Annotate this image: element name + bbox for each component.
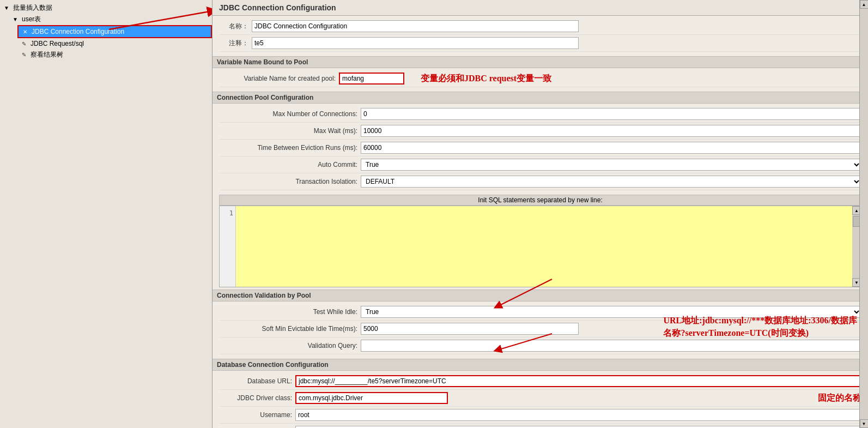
sidebar-item-label: JDBC Request/sql [31, 40, 84, 47]
annotation-text-3: 固定的名称 [818, 393, 861, 404]
init-sql-section: Init SQL statements separated by new lin… [213, 192, 868, 287]
sql-editor: 1 ▲ ▼ [219, 206, 861, 287]
username-input[interactable] [295, 409, 861, 421]
init-sql-label: Init SQL statements separated by new lin… [219, 195, 861, 206]
soft-evict-row: Soft Min Evictable Idle Time(ms): [219, 321, 861, 337]
max-wait-input[interactable] [361, 125, 861, 137]
sidebar-item-jdbc-connection[interactable]: ✕ JDBC Connection Configuration [17, 25, 212, 38]
eviction-row: Time Between Eviction Runs (ms): [219, 140, 861, 156]
panel-title: JDBC Connection Configuration [213, 0, 868, 16]
transaction-select-wrapper: DEFAULT TRANSACTION_SERIALIZABLE TRANSAC… [361, 176, 861, 188]
auto-commit-label: Auto Commit: [219, 161, 361, 168]
main-wrapper: JDBC Connection Configuration 名称： 注释： Va… [213, 0, 868, 428]
validation-section: Test While Idle: True False Soft Min Evi… [213, 302, 868, 357]
db-url-label: Database URL: [219, 377, 295, 385]
auto-commit-select[interactable]: True False [361, 159, 861, 171]
section-variable-header: Variable Name Bound to Pool [213, 56, 868, 68]
driver-select-wrapper: com.mysql.jdbc.Driver [448, 392, 807, 404]
driver-label: JDBC Driver class: [219, 394, 295, 402]
driver-row: JDBC Driver class: com.mysql.jdbc.Driver… [219, 390, 861, 407]
transaction-select[interactable]: DEFAULT TRANSACTION_SERIALIZABLE TRANSAC… [361, 176, 861, 188]
sidebar-item-label: user表 [22, 15, 41, 24]
name-input[interactable] [252, 20, 579, 32]
test-idle-row: Test While Idle: True False [219, 304, 861, 321]
sql-line-numbers: 1 [220, 206, 236, 287]
comment-row: 注释： [219, 35, 861, 52]
sidebar-item-label: 批量插入数据 [13, 3, 52, 13]
validation-query-label: Validation Query: [219, 342, 361, 349]
form-section: 名称： 注释： [213, 16, 868, 54]
section-validation-header: Connection Validation by Pool [213, 290, 868, 302]
sidebar-item-label: 察看结果树 [31, 50, 63, 59]
validation-query-input[interactable] [361, 340, 861, 352]
max-wait-row: Max Wait (ms): [219, 123, 861, 140]
test-idle-select[interactable]: True False [361, 306, 861, 318]
pool-section: Max Number of Connections: Max Wait (ms)… [213, 104, 868, 192]
name-row: 名称： [219, 18, 861, 35]
test-idle-select-wrapper: True False [361, 306, 861, 318]
sidebar-item-view-result[interactable]: ✎ 察看结果树 [17, 49, 212, 61]
sidebar-item-user-table[interactable]: ▼ user表 [9, 14, 212, 25]
line-number-1: 1 [222, 208, 233, 218]
test-idle-label: Test While Idle: [219, 308, 361, 316]
max-conn-input[interactable] [361, 108, 861, 120]
transaction-label: Transaction Isolation: [219, 178, 361, 185]
max-conn-row: Max Number of Connections: [219, 106, 861, 123]
jdbc-request-icon: ✎ [20, 39, 28, 48]
comment-label: 注释： [219, 39, 252, 48]
transaction-row: Transaction Isolation: DEFAULT TRANSACTI… [219, 173, 861, 190]
variable-input[interactable] [339, 73, 404, 85]
sidebar-item-batch-insert[interactable]: ▼ 批量插入数据 [0, 2, 212, 14]
comment-input[interactable] [252, 37, 579, 49]
expand-arrow-icon: ▼ [2, 4, 11, 13]
validation-query-row: Validation Query: [219, 337, 861, 354]
section-pool-header: Connection Pool Configuration [213, 92, 868, 104]
auto-commit-row: Auto Commit: True False [219, 156, 861, 173]
sidebar-item-jdbc-request[interactable]: ✎ JDBC Request/sql [17, 38, 212, 49]
sql-textarea[interactable] [236, 206, 852, 287]
name-label: 名称： [219, 22, 252, 31]
password-input[interactable] [295, 426, 861, 428]
sidebar: ▼ 批量插入数据 ▼ user表 ✕ JDBC Connection Confi… [0, 0, 213, 428]
max-conn-label: Max Number of Connections: [219, 110, 361, 118]
driver-input[interactable] [295, 392, 448, 404]
expand-arrow-icon: ▼ [11, 15, 20, 24]
right-scrollbar: ▲ ▼ [859, 0, 868, 428]
sidebar-item-label: JDBC Connection Configuration [32, 28, 124, 35]
auto-commit-select-wrapper: True False [361, 159, 861, 171]
jdbc-connection-icon: ✕ [21, 27, 29, 36]
right-scroll-up-button[interactable]: ▲ [860, 0, 869, 9]
db-url-input[interactable] [295, 375, 861, 387]
db-url-row: Database URL: [219, 373, 861, 390]
annotation-text-1: 变量必须和JDBC request变量一致 [421, 73, 551, 85]
username-row: Username: [219, 407, 861, 424]
main-content: JDBC Connection Configuration 名称： 注释： Va… [213, 0, 868, 428]
soft-evict-input[interactable] [361, 323, 579, 335]
eviction-label: Time Between Eviction Runs (ms): [219, 144, 361, 152]
soft-evict-label: Soft Min Evictable Idle Time(ms): [219, 325, 361, 333]
db-section: Database URL: JDBC Driver class: com.mys… [213, 371, 868, 428]
view-result-icon: ✎ [20, 51, 28, 59]
variable-label: Variable Name for created pool: [219, 75, 339, 82]
eviction-input[interactable] [361, 142, 861, 154]
password-row: Password: [219, 424, 861, 428]
variable-row: Variable Name for created pool: 变量必须和JDB… [219, 70, 861, 87]
section-db-header: Database Connection Configuration [213, 359, 868, 371]
variable-section: Variable Name for created pool: 变量必须和JDB… [213, 68, 868, 89]
right-scroll-down-button[interactable]: ▼ [860, 419, 869, 428]
username-label: Username: [219, 411, 295, 419]
max-wait-label: Max Wait (ms): [219, 127, 361, 135]
